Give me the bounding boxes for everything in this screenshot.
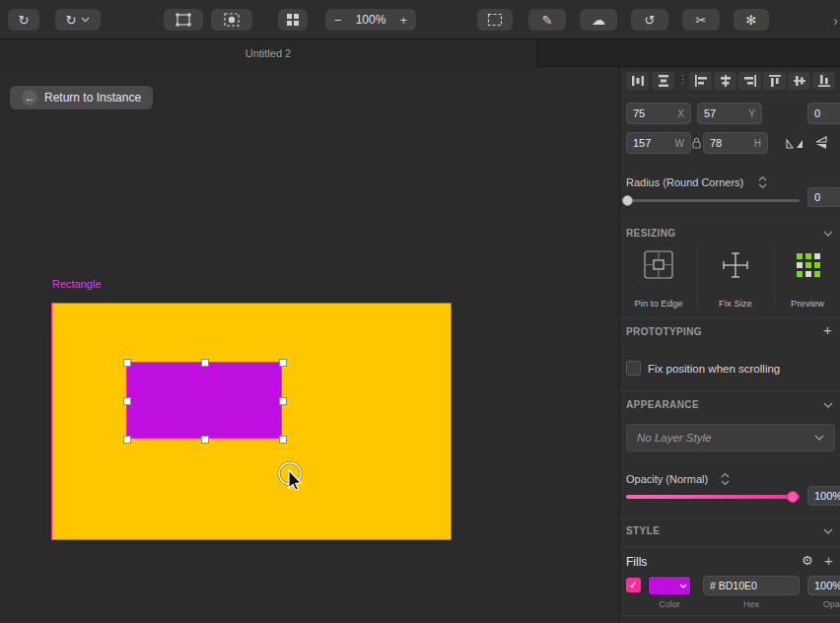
selection-handle-ne[interactable]	[279, 359, 287, 367]
width-suffix: W	[671, 138, 684, 149]
pencil-button[interactable]: ✎	[528, 9, 566, 31]
add-prototype-button[interactable]: +	[823, 322, 832, 337]
appearance-header: APPEARANCE	[626, 399, 699, 410]
align-bottom-button[interactable]	[812, 72, 835, 90]
rotate-options-dropdown[interactable]: ↻	[55, 9, 101, 31]
mask-button[interactable]	[211, 9, 252, 31]
scissors-button[interactable]: ✂	[682, 9, 720, 31]
fill-settings-gear-icon[interactable]: ⚙	[802, 554, 813, 567]
toolbar-overflow-chevron[interactable]: ›	[833, 13, 838, 29]
radius-slider-thumb[interactable]	[622, 195, 633, 206]
radius-slider-track[interactable]	[626, 199, 800, 202]
align-center-horizontal-icon	[719, 74, 733, 88]
radius-label: Radius (Round Corners)	[626, 176, 743, 188]
width-field[interactable]: 157 W	[626, 132, 691, 154]
fix-size-icon	[718, 248, 753, 282]
fill-opacity-field[interactable]: 100%	[807, 576, 840, 595]
grid-icon	[286, 13, 300, 27]
flip-vertical-icon	[813, 136, 829, 150]
align-middle-button[interactable]	[788, 72, 810, 90]
selection-handle-e[interactable]	[279, 397, 287, 405]
opacity-value-field[interactable]: 100%	[807, 486, 840, 506]
fix-position-checkbox[interactable]	[626, 361, 641, 376]
more-options-dots-icon[interactable]: ⋮	[677, 74, 688, 85]
fill-enabled-checkbox[interactable]: ✓	[626, 578, 641, 592]
plugins-button[interactable]: ✻	[734, 9, 769, 31]
selection-handle-n[interactable]	[201, 359, 209, 367]
fix-size-option[interactable]	[718, 248, 753, 282]
opacity-percent: %	[832, 490, 840, 502]
style-collapse-chevron[interactable]	[823, 528, 833, 534]
selection-handle-w[interactable]	[123, 397, 131, 405]
x-position-field[interactable]: 75 X	[626, 103, 691, 124]
style-header: STYLE	[626, 525, 660, 536]
zoom-control: − 100% +	[325, 9, 416, 31]
selection-handle-nw[interactable]	[123, 359, 131, 367]
fill-hex-value: # BD10E0	[710, 580, 757, 591]
selection-handle-se[interactable]	[279, 436, 287, 444]
prototyping-header: PROTOTYPING	[626, 326, 702, 337]
symbol-button[interactable]	[164, 9, 203, 31]
rotation-field[interactable]: 0	[807, 103, 840, 124]
align-right-button[interactable]	[738, 72, 761, 90]
flower-icon: ✻	[746, 14, 757, 27]
fix-position-label: Fix position when scrolling	[648, 363, 780, 375]
preview-option[interactable]	[794, 250, 823, 280]
cloud-icon: ☁	[592, 13, 605, 27]
opacity-label: Opacity (Normal)	[626, 473, 708, 485]
add-fill-button[interactable]: +	[824, 553, 833, 568]
distribute-horizontal-button[interactable]	[626, 72, 649, 90]
y-position-field[interactable]: 57 Y	[697, 103, 762, 124]
slice-button[interactable]	[477, 9, 513, 31]
radius-stepper[interactable]	[758, 175, 767, 189]
lock-aspect-icon[interactable]	[692, 137, 701, 149]
fill-color-swatch[interactable]	[648, 576, 691, 595]
canvas[interactable]: ← Return to Instance Rectangle	[0, 67, 619, 623]
distribute-vertical-button[interactable]	[652, 72, 674, 90]
slice-icon	[487, 13, 503, 27]
selection-handle-sw[interactable]	[123, 436, 131, 444]
layer-style-dropdown[interactable]: No Layer Style	[626, 424, 835, 451]
grid-button[interactable]	[278, 9, 308, 31]
resizing-collapse-chevron[interactable]	[823, 231, 833, 237]
pin-to-edge-icon	[641, 248, 676, 282]
flip-horizontal-button[interactable]	[784, 136, 805, 150]
flip-vertical-button[interactable]	[813, 136, 829, 150]
align-left-icon	[694, 74, 708, 88]
fill-hex-field[interactable]: # BD10E0	[703, 576, 800, 595]
scissors-icon: ✂	[696, 14, 707, 27]
align-left-button[interactable]	[689, 72, 712, 90]
document-tab[interactable]: Untitled 2	[0, 39, 537, 67]
rotate-copies-button[interactable]: ↺	[631, 9, 668, 31]
selected-rectangle[interactable]	[126, 362, 282, 439]
align-center-horizontal-button[interactable]	[714, 72, 736, 90]
opacity-column-label: Opacity	[807, 599, 840, 609]
return-to-instance-button[interactable]: ← Return to Instance	[10, 86, 153, 109]
rotate-button[interactable]: ↻	[8, 9, 39, 31]
selection-handle-s[interactable]	[201, 436, 209, 444]
layer-style-value: No Layer Style	[637, 432, 711, 444]
height-value: 78	[710, 137, 722, 149]
opacity-slider-thumb[interactable]	[787, 491, 799, 503]
check-icon: ✓	[629, 580, 637, 590]
layer-name-label[interactable]: Rectangle	[52, 278, 102, 290]
tab-bar: Untitled 2	[0, 39, 840, 67]
artboard-rectangle[interactable]	[51, 303, 452, 540]
pencil-icon: ✎	[542, 14, 553, 27]
radius-value-field[interactable]: 0	[807, 187, 840, 207]
align-top-button[interactable]	[763, 72, 786, 90]
align-middle-icon	[793, 74, 806, 88]
zoom-level: 100%	[356, 13, 386, 27]
appearance-collapse-chevron[interactable]	[823, 402, 833, 408]
cloud-button[interactable]: ☁	[580, 9, 617, 31]
opacity-mode-stepper[interactable]	[721, 472, 730, 486]
zoom-in-button[interactable]: +	[399, 13, 407, 28]
pin-to-edge-option[interactable]	[641, 248, 676, 282]
pin-to-edge-label: Pin to Edge	[620, 298, 697, 309]
opacity-slider-track[interactable]	[626, 495, 800, 499]
chevron-down-icon	[81, 17, 90, 23]
height-field[interactable]: 78 H	[703, 132, 768, 154]
inspector-panel: ⋮	[619, 67, 840, 623]
mouse-cursor	[275, 461, 313, 499]
zoom-out-button[interactable]: −	[334, 13, 342, 28]
